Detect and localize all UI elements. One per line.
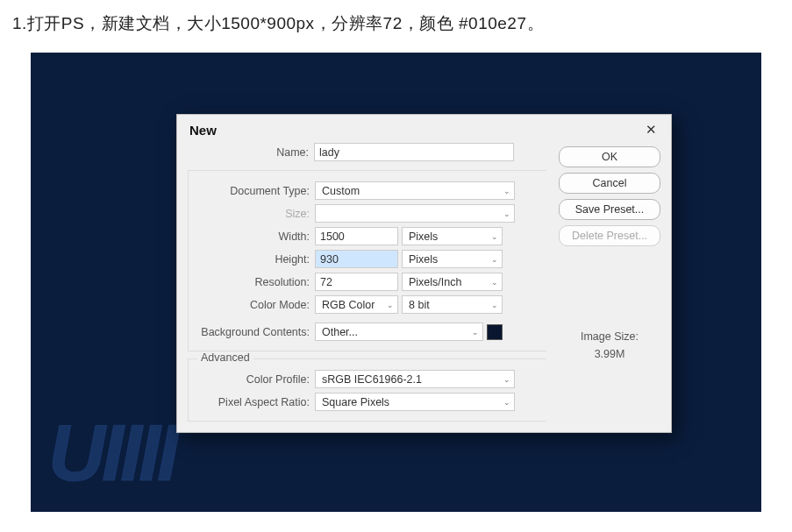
color-depth-select[interactable]: 8 bit ⌄ (402, 295, 503, 314)
chevron-down-icon: ⌄ (491, 301, 498, 309)
pixel-aspect-label: Pixel Aspect Ratio: (189, 396, 311, 408)
bg-contents-value: Other... (322, 326, 358, 338)
height-unit-value: Pixels (409, 253, 438, 266)
pixel-aspect-value: Square Pixels (322, 396, 389, 408)
chevron-down-icon: ⌄ (472, 328, 479, 337)
name-label: Name: (188, 146, 310, 159)
width-unit-value: Pixels (409, 231, 438, 243)
document-type-select[interactable]: Custom ⌄ (315, 181, 515, 200)
resolution-unit-select[interactable]: Pixels/Inch ⌄ (402, 273, 503, 291)
height-label: Height: (189, 253, 311, 266)
color-mode-label: Color Mode: (189, 299, 311, 311)
image-size-info: Image Size: 3.99M (559, 330, 660, 360)
color-profile-label: Color Profile: (189, 373, 311, 386)
document-type-value: Custom (322, 185, 360, 197)
delete-preset-button: Delete Preset... (559, 225, 660, 246)
width-unit-select[interactable]: Pixels ⌄ (402, 227, 503, 245)
chevron-down-icon: ⌄ (491, 278, 498, 287)
watermark: UIIII (48, 408, 175, 499)
pixel-aspect-select[interactable]: Square Pixels ⌄ (315, 393, 515, 411)
size-select[interactable]: ⌄ (315, 204, 515, 223)
resolution-input[interactable] (315, 273, 398, 291)
chevron-down-icon: ⌄ (491, 232, 498, 241)
color-mode-select[interactable]: RGB Color ⌄ (315, 295, 398, 314)
size-label: Size: (189, 208, 311, 220)
color-depth-value: 8 bit (409, 299, 430, 311)
color-mode-value: RGB Color (322, 299, 375, 311)
resolution-label: Resolution: (189, 276, 311, 288)
height-input[interactable] (315, 250, 398, 268)
chevron-down-icon: ⌄ (491, 255, 498, 264)
width-label: Width: (189, 231, 311, 243)
close-icon[interactable]: ✕ (643, 122, 659, 138)
image-size-label: Image Size: (559, 330, 660, 343)
color-profile-value: sRGB IEC61966-2.1 (322, 373, 422, 386)
instruction-text: 1.打开PS，新建文档，大小1500*900px，分辨率72，颜色 #010e2… (0, 0, 792, 35)
name-input[interactable] (314, 143, 514, 161)
chevron-down-icon: ⌄ (387, 301, 394, 309)
save-preset-button[interactable]: Save Preset... (559, 199, 660, 220)
ok-button[interactable]: OK (559, 146, 660, 167)
ps-canvas-bg: UIIII New ✕ Name: Document Type: Custom … (31, 53, 761, 512)
image-size-value: 3.99M (559, 348, 660, 360)
resolution-unit-value: Pixels/Inch (409, 276, 461, 288)
chevron-down-icon: ⌄ (503, 398, 510, 407)
height-unit-select[interactable]: Pixels ⌄ (402, 250, 503, 268)
bg-color-swatch[interactable] (487, 324, 503, 340)
width-input[interactable] (315, 227, 398, 245)
new-document-dialog: New ✕ Name: Document Type: Custom ⌄ (176, 114, 672, 433)
bg-contents-select[interactable]: Other... ⌄ (315, 323, 483, 341)
document-type-label: Document Type: (189, 185, 311, 197)
dialog-title: New (189, 123, 217, 138)
dialog-titlebar: New ✕ (177, 115, 671, 146)
chevron-down-icon: ⌄ (503, 209, 510, 218)
color-profile-select[interactable]: sRGB IEC61966-2.1 ⌄ (315, 370, 515, 388)
cancel-button[interactable]: Cancel (559, 173, 660, 194)
bg-contents-label: Background Contents: (189, 326, 311, 338)
chevron-down-icon: ⌄ (503, 375, 510, 384)
advanced-legend: Advanced (197, 351, 253, 364)
chevron-down-icon: ⌄ (503, 187, 510, 195)
